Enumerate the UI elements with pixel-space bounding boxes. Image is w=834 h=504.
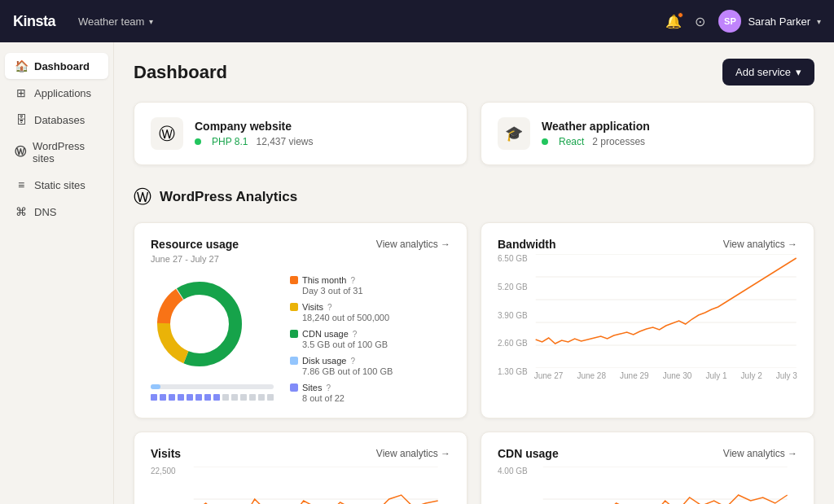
add-service-button[interactable]: Add service ▾ xyxy=(722,59,814,85)
wordpress-icon: Ⓦ xyxy=(15,145,26,160)
x-label: July 3 xyxy=(776,371,797,380)
logo: Kinsta xyxy=(13,13,55,30)
y-label: 2.60 GB xyxy=(498,339,528,348)
wp-analytics-header: Ⓦ WordPress Analytics xyxy=(134,185,814,209)
dot-empty xyxy=(240,394,247,401)
service-card-weather[interactable]: 🎓 Weather application React 2 processes xyxy=(481,102,814,165)
page-header: Dashboard Add service ▾ xyxy=(134,59,814,85)
legend-visits: Visits ? 18,240 out of 500,000 xyxy=(290,302,450,322)
legend-color-sites xyxy=(290,383,298,392)
resource-title: Resource usage xyxy=(151,238,239,251)
user-name: Sarah Parker xyxy=(748,15,810,28)
legend-text: Visits xyxy=(302,302,323,312)
bandwidth-analytics-link[interactable]: View analytics → xyxy=(723,239,797,250)
sidebar-item-label: DNS xyxy=(34,206,56,218)
cdn-analytics-link[interactable]: View analytics → xyxy=(723,448,797,459)
main-layout: 🏠 Dashboard ⊞ Applications 🗄 Databases Ⓦ… xyxy=(0,42,834,504)
bandwidth-title: Bandwidth xyxy=(498,238,556,251)
notification-dot xyxy=(678,12,683,18)
legend-this-month: This month ? Day 3 out of 31 xyxy=(290,275,450,296)
wp-analytics-title: WordPress Analytics xyxy=(160,189,297,205)
legend-text: Disk usage xyxy=(302,356,346,366)
help-icon[interactable]: ⊙ xyxy=(695,14,705,29)
x-label: July 2 xyxy=(741,371,762,380)
resource-analytics-link[interactable]: View analytics → xyxy=(376,239,450,250)
chevron-down-icon: ▾ xyxy=(149,17,153,26)
visits-y-axis: 22,500 18,000 xyxy=(151,467,176,504)
user-menu[interactable]: SP Sarah Parker ▾ xyxy=(718,10,821,33)
sidebar-item-applications[interactable]: ⊞ Applications xyxy=(5,80,108,106)
sidebar-item-dashboard[interactable]: 🏠 Dashboard xyxy=(5,53,108,79)
y-label: 6.50 GB xyxy=(498,254,528,263)
dot-filled xyxy=(195,394,202,401)
notification-icon[interactable]: 🔔 xyxy=(665,14,682,29)
legend-val: Day 3 out of 31 xyxy=(290,286,450,296)
dot-empty xyxy=(222,394,229,401)
visits-chart-area xyxy=(181,467,450,504)
company-icon: Ⓦ xyxy=(151,117,183,150)
legend-disk: Disk usage ? 7.86 GB out of 100 GB xyxy=(290,356,450,376)
sidebar-item-static[interactable]: ≡ Static sites xyxy=(5,172,108,198)
donut-chart xyxy=(151,275,274,401)
weather-icon: 🎓 xyxy=(498,117,530,150)
service-cards: Ⓦ Company website PHP 8.1 12,437 views 🎓… xyxy=(134,102,814,165)
company-meta: PHP 8.1 12,437 views xyxy=(195,136,314,147)
add-service-chevron-icon: ▾ xyxy=(796,66,801,78)
sidebar-item-label: Databases xyxy=(34,114,85,126)
legend-color-month xyxy=(290,276,298,284)
visits-analytics-link[interactable]: View analytics → xyxy=(376,448,450,459)
weather-status: React xyxy=(559,136,584,147)
bandwidth-header: Bandwidth View analytics → xyxy=(498,238,797,251)
sidebar-item-dns[interactable]: ⌘ DNS xyxy=(5,199,108,225)
dot-empty xyxy=(267,394,274,401)
dot-empty xyxy=(231,394,238,401)
sidebar-item-wordpress[interactable]: Ⓦ WordPress sites xyxy=(5,134,108,171)
dot-filled xyxy=(187,394,193,401)
legend-label: Sites ? xyxy=(290,383,450,392)
y-label: 1.30 GB xyxy=(498,367,528,376)
disk-fill xyxy=(151,384,160,389)
visits-y-label: 22,500 xyxy=(151,467,176,476)
databases-icon: 🗄 xyxy=(15,113,28,126)
y-label: 5.20 GB xyxy=(498,283,528,291)
cdn-y-label: 4.00 GB xyxy=(498,467,528,476)
bandwidth-chart-wrap: 6.50 GB 5.20 GB 3.90 GB 2.60 GB 1.30 GB xyxy=(498,254,797,392)
resource-inner: This month ? Day 3 out of 31 Visits ? xyxy=(151,275,450,403)
svg-point-4 xyxy=(172,296,227,352)
x-label: June 28 xyxy=(577,371,606,380)
legend-text: Sites xyxy=(302,383,322,392)
dot-filled xyxy=(178,394,184,401)
dot-empty xyxy=(258,394,265,401)
bandwidth-svg xyxy=(534,254,797,368)
x-label: June 29 xyxy=(620,371,649,380)
sidebar-item-databases[interactable]: 🗄 Databases xyxy=(5,107,108,133)
sidebar-item-label: Static sites xyxy=(34,179,86,191)
wp-section-icon: Ⓦ xyxy=(134,185,151,209)
page-title: Dashboard xyxy=(134,62,227,83)
team-selector[interactable]: Weather team ▾ xyxy=(78,15,153,28)
top-nav: Kinsta Weather team ▾ 🔔 ⊙ SP Sarah Parke… xyxy=(0,0,834,42)
legend-color-visits xyxy=(290,303,298,311)
resource-legend: This month ? Day 3 out of 31 Visits ? xyxy=(290,275,450,403)
visits-title: Visits xyxy=(151,447,181,460)
cdn-title: CDN usage xyxy=(498,447,559,460)
legend-label: Disk usage ? xyxy=(290,356,450,366)
company-name: Company website xyxy=(195,120,314,133)
avatar-initials: SP xyxy=(724,16,736,26)
service-card-company[interactable]: Ⓦ Company website PHP 8.1 12,437 views xyxy=(134,102,467,165)
cdn-chart-area xyxy=(533,467,797,504)
visits-card: Visits View analytics → 22,500 18,000 xyxy=(134,432,467,504)
legend-color-cdn xyxy=(290,330,298,338)
sidebar: 🏠 Dashboard ⊞ Applications 🗄 Databases Ⓦ… xyxy=(0,42,114,504)
company-status: PHP 8.1 xyxy=(212,136,248,147)
dot-filled xyxy=(151,394,157,401)
disk-progress xyxy=(151,384,274,389)
cdn-usage-card: CDN usage View analytics → 4.00 GB 3.20 … xyxy=(481,432,814,504)
weather-meta: React 2 processes xyxy=(542,136,650,147)
add-service-label: Add service xyxy=(735,66,791,78)
visits-chart-wrap: 22,500 18,000 xyxy=(151,467,450,504)
bandwidth-x-labels: June 27 June 28 June 29 June 30 July 1 J… xyxy=(534,371,797,380)
cdn-y-axis: 4.00 GB 3.20 GB xyxy=(498,467,528,504)
legend-q: ? xyxy=(353,330,358,339)
legend-val: 18,240 out of 500,000 xyxy=(290,313,450,322)
